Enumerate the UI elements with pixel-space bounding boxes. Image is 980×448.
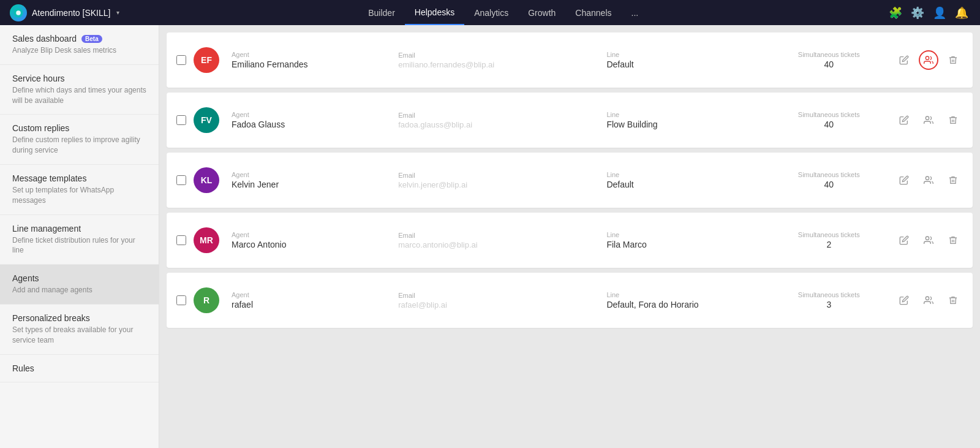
nav-builder[interactable]: Builder: [358, 0, 405, 25]
nav-channels[interactable]: Channels: [565, 0, 621, 25]
table-row: KL Agent Kelvin Jener Email kelvin.jener…: [167, 153, 973, 208]
sidebar-badge-sales-dashboard: Beta: [81, 35, 102, 43]
sidebar-item-service-hours[interactable]: Service hours Define which days and time…: [0, 65, 159, 115]
nav-helpdesks[interactable]: Helpdesks: [405, 0, 464, 25]
edit-button[interactable]: [894, 290, 914, 310]
sidebar-item-personalized-breaks[interactable]: Personalized breaks Set types of breaks …: [0, 305, 159, 355]
agent-line-group: Line Fila Marco: [606, 231, 773, 249]
agent-checkbox-4[interactable]: [176, 295, 186, 305]
agent-label: Agent: [232, 171, 398, 178]
settings-icon[interactable]: ⚙️: [909, 4, 926, 21]
edit-button[interactable]: [894, 230, 914, 250]
agent-tickets-group: Simultaneous tickets 2: [774, 231, 884, 249]
agent-checkbox-3[interactable]: [176, 235, 186, 245]
sidebar-item-rules[interactable]: Rules: [0, 355, 159, 382]
nav-growth[interactable]: Growth: [518, 0, 565, 25]
svg-point-6: [925, 297, 929, 300]
agent-label: Agent: [232, 51, 398, 58]
delete-button[interactable]: [943, 50, 963, 70]
nav-more[interactable]: ...: [622, 0, 649, 25]
agent-label: Agent: [232, 111, 398, 118]
agent-email: emiliano.fernandes@blip.ai: [398, 60, 606, 69]
sidebar-desc-sales-dashboard: Analyze Blip Desk sales metrics: [12, 45, 146, 56]
table-row: FV Agent Fadoa Glauss Email fadoa.glauss…: [167, 93, 973, 148]
agent-name: Emiliano Fernandes: [232, 59, 398, 69]
sidebar-item-agents[interactable]: Agents Add and manage agents: [0, 265, 159, 305]
table-row: EF Agent Emiliano Fernandes Email emilia…: [167, 32, 973, 88]
agent-line: Default: [606, 180, 773, 189]
edit-button[interactable]: [894, 170, 914, 190]
topnav-icons: 🧩 ⚙️ 👤 🔔: [887, 4, 970, 21]
tickets-label: Simultaneous tickets: [774, 231, 884, 238]
agent-checkbox-1[interactable]: [176, 115, 186, 125]
edit-button[interactable]: [894, 50, 914, 70]
agent-line: Default: [606, 59, 773, 69]
agent-email-group: Email kelvin.jener@blip.ai: [398, 172, 606, 189]
table-row: MR Agent Marco Antonio Email marco.anton…: [167, 213, 973, 268]
sidebar-item-custom-replies[interactable]: Custom replies Define custom replies to …: [0, 115, 159, 165]
agent-config-button[interactable]: [919, 230, 938, 250]
delete-button[interactable]: [943, 110, 963, 130]
brand[interactable]: Atendimento [SKILL] ▾: [10, 4, 119, 21]
agent-config-button[interactable]: [919, 170, 938, 190]
sidebar-label-custom-replies: Custom replies: [12, 123, 69, 133]
email-label: Email: [398, 172, 606, 179]
sidebar-item-line-management[interactable]: Line management Define ticket distributi…: [0, 215, 159, 265]
nav-analytics[interactable]: Analytics: [464, 0, 518, 25]
agent-tickets-group: Simultaneous tickets 40: [774, 171, 884, 189]
agent-email-group: Email fadoa.glauss@blip.ai: [398, 112, 606, 129]
topnav-nav: Builder Helpdesks Analytics Growth Chann…: [358, 0, 648, 25]
agent-label: Agent: [232, 231, 398, 238]
tickets-label: Simultaneous tickets: [774, 171, 884, 178]
tickets-label: Simultaneous tickets: [774, 51, 884, 58]
sidebar-item-message-templates[interactable]: Message templates Set up templates for W…: [0, 165, 159, 215]
agent-config-button[interactable]: [919, 50, 938, 70]
sidebar-label-agents: Agents: [12, 273, 39, 283]
agent-name-group: Agent Marco Antonio: [232, 231, 398, 249]
email-label: Email: [398, 292, 606, 299]
plugin-icon[interactable]: 🧩: [887, 4, 904, 21]
agent-actions: [894, 50, 963, 70]
user-icon[interactable]: 👤: [931, 4, 948, 21]
agent-email: marco.antonio@blip.ai: [398, 240, 606, 249]
agent-line-group: Line Default: [606, 51, 773, 69]
sidebar-item-sales-dashboard[interactable]: Sales dashboard Beta Analyze Blip Desk s…: [0, 25, 159, 65]
bell-icon[interactable]: 🔔: [953, 4, 970, 21]
agent-tickets-group: Simultaneous tickets 40: [774, 51, 884, 69]
agent-line-group: Line Flow Building: [606, 111, 773, 129]
agent-checkbox-2[interactable]: [176, 175, 186, 185]
svg-point-2: [925, 56, 929, 59]
agent-actions: [894, 110, 963, 130]
agent-checkbox-0[interactable]: [176, 55, 186, 65]
agent-actions: [894, 170, 963, 190]
agent-actions: [894, 230, 963, 250]
agent-label: Agent: [232, 291, 398, 298]
agent-config-button[interactable]: [919, 110, 938, 130]
delete-button[interactable]: [943, 290, 963, 310]
agent-line: Fila Marco: [606, 240, 773, 249]
agent-config-button[interactable]: [919, 290, 938, 310]
sidebar-label-sales-dashboard: Sales dashboard: [12, 34, 77, 44]
svg-point-1: [16, 10, 21, 15]
sidebar-label-rules: Rules: [12, 363, 34, 373]
email-label: Email: [398, 232, 606, 239]
agent-name-group: Agent Kelvin Jener: [232, 171, 398, 189]
delete-button[interactable]: [943, 170, 963, 190]
sidebar-label-personalized-breaks: Personalized breaks: [12, 313, 90, 323]
avatar: EF: [194, 47, 219, 73]
avatar: R: [194, 287, 219, 313]
agent-email: fadoa.glauss@blip.ai: [398, 120, 606, 129]
agent-name-group: Agent Fadoa Glauss: [232, 111, 398, 129]
agent-email-group: Email emiliano.fernandes@blip.ai: [398, 51, 606, 69]
agent-actions: [894, 290, 963, 310]
sidebar-desc-service-hours: Define which days and times your agents …: [12, 85, 146, 106]
agent-line-group: Line Default: [606, 171, 773, 189]
line-label: Line: [606, 51, 773, 58]
delete-button[interactable]: [943, 230, 963, 250]
agent-email-group: Email marco.antonio@blip.ai: [398, 232, 606, 249]
sidebar-desc-custom-replies: Define custom replies to improve agility…: [12, 135, 146, 156]
agent-line: Flow Building: [606, 120, 773, 129]
edit-button[interactable]: [894, 110, 914, 130]
agent-line: Default, Fora do Horario: [606, 300, 773, 309]
agent-email: kelvin.jener@blip.ai: [398, 180, 606, 189]
